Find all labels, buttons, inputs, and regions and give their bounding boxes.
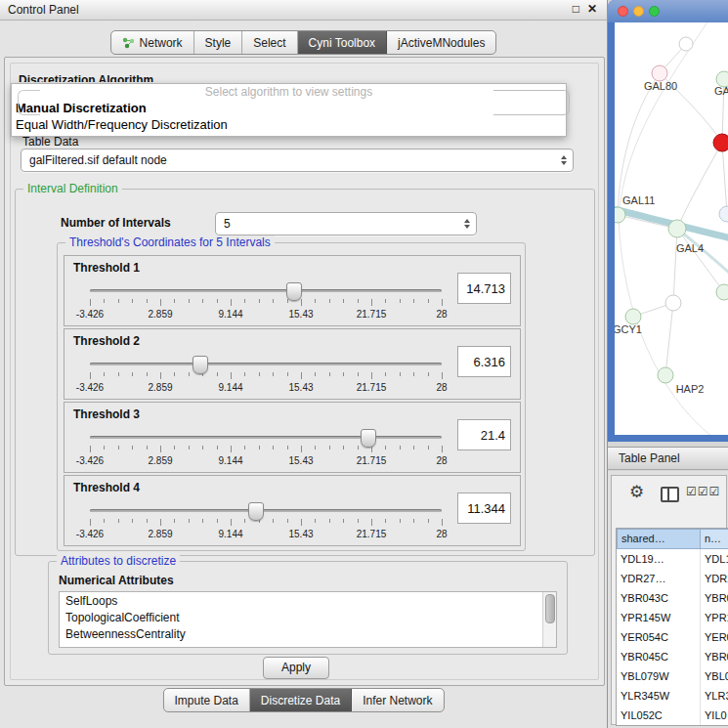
slider-tick bbox=[217, 372, 218, 376]
zoom-traffic-light-icon[interactable] bbox=[649, 6, 660, 17]
table-panel-header[interactable]: Table Panel bbox=[608, 447, 728, 470]
threshold-value-field[interactable]: 6.316 bbox=[457, 346, 511, 377]
network-node[interactable] bbox=[679, 37, 693, 51]
attributes-listbox[interactable]: SelfLoopsTopologicalCoefficientBetweenne… bbox=[59, 591, 557, 648]
attribute-item[interactable]: BetweennessCentrality bbox=[60, 625, 556, 642]
table-row[interactable]: YLR345WYLR3 bbox=[617, 686, 728, 706]
tab-impute-data[interactable]: Impute Data bbox=[163, 689, 249, 711]
slider-tick bbox=[147, 372, 148, 376]
network-node[interactable] bbox=[719, 206, 728, 222]
list-scrollbar[interactable] bbox=[542, 592, 556, 647]
column-header[interactable]: shared… bbox=[617, 529, 701, 549]
tab-discretize-data[interactable]: Discretize Data bbox=[250, 689, 352, 711]
slider-tick bbox=[385, 519, 386, 523]
slider-tick bbox=[413, 446, 414, 450]
network-node[interactable] bbox=[625, 309, 641, 324]
table-row[interactable]: YBR045CYBR0 bbox=[617, 647, 728, 666]
tab-infer-network[interactable]: Infer Network bbox=[352, 689, 443, 711]
close-icon[interactable]: ✕ bbox=[587, 2, 597, 16]
slider-tick bbox=[244, 372, 245, 376]
network-window-titlebar[interactable] bbox=[608, 0, 728, 22]
algorithm-option[interactable]: Manual Discretization bbox=[12, 100, 566, 116]
network-node[interactable] bbox=[665, 295, 681, 311]
table-row[interactable]: YDR27…YDR2 bbox=[617, 569, 728, 588]
tab-label: Select bbox=[253, 36, 285, 50]
table-cell: YBL079W bbox=[617, 666, 701, 686]
slider-tick bbox=[118, 299, 119, 303]
table-row[interactable]: YIL052CYIL0 bbox=[617, 706, 728, 725]
interval-definition-group: Interval Definition Number of Intervals … bbox=[15, 189, 595, 556]
network-node[interactable] bbox=[615, 207, 625, 223]
bottom-tab-bar: Impute DataDiscretize DataInfer Network bbox=[162, 688, 444, 712]
columns-icon[interactable] bbox=[661, 487, 679, 502]
attribute-item[interactable]: TopologicalCoefficient bbox=[60, 609, 556, 625]
threshold-slider[interactable]: -3.4262.8599.14415.4321.71528 bbox=[90, 281, 442, 322]
table-row[interactable]: YDL19…YDL1 bbox=[617, 549, 728, 569]
discretization-algorithm-label: Discretization Algorithm bbox=[19, 73, 153, 82]
number-of-intervals-combobox[interactable]: 5 bbox=[215, 212, 477, 236]
network-node-label: GA bbox=[714, 85, 728, 97]
stepper-icon bbox=[464, 219, 470, 229]
algorithm-options: Manual DiscretizationEqual Width/Frequen… bbox=[12, 100, 566, 133]
network-canvas[interactable]: GAL80GAGAL11GAL4GCY1HAP2 bbox=[615, 22, 728, 435]
slider-tick bbox=[301, 299, 302, 306]
tab-style[interactable]: Style bbox=[194, 31, 243, 54]
table-cell: YDL19… bbox=[617, 549, 701, 569]
table-row[interactable]: YBR043CYBR0 bbox=[617, 588, 728, 608]
network-node[interactable] bbox=[658, 367, 673, 383]
checkbox-icon[interactable]: ☑ bbox=[698, 485, 708, 498]
tab-cyni-toolbox[interactable]: Cyni Toolbox bbox=[298, 31, 387, 54]
slider-tick bbox=[273, 519, 274, 523]
close-traffic-light-icon[interactable] bbox=[618, 6, 628, 17]
slider-tick bbox=[189, 299, 190, 303]
slider-tick bbox=[400, 299, 401, 303]
table-cell: YBR045C bbox=[617, 647, 701, 666]
table-row[interactable]: YBL079WYBL0 bbox=[617, 666, 728, 686]
apply-button[interactable]: Apply bbox=[263, 657, 329, 679]
threshold-slider[interactable]: -3.4262.8599.14415.4321.71528 bbox=[90, 428, 442, 469]
minimize-traffic-light-icon[interactable] bbox=[633, 6, 644, 17]
table-data-combobox[interactable]: galFiltered.sif default node bbox=[21, 149, 574, 172]
checkbox-icons: ☑☑☑ bbox=[686, 485, 720, 498]
tab-network[interactable]: Network bbox=[111, 31, 194, 54]
slider-tick-label: 2.859 bbox=[148, 529, 172, 539]
slider-thumb[interactable] bbox=[248, 502, 264, 521]
threshold-panel: Threshold 4-3.4262.8599.14415.4321.71528… bbox=[64, 475, 521, 546]
slider-tick-label: 15.43 bbox=[288, 382, 313, 393]
tab-label: jActiveMNodules bbox=[398, 36, 485, 50]
scrollbar-thumb[interactable] bbox=[545, 594, 555, 623]
checkbox-icon[interactable]: ☑ bbox=[686, 485, 697, 498]
network-node[interactable] bbox=[652, 65, 667, 81]
slider-tick bbox=[132, 446, 133, 450]
threshold-value-field[interactable]: 14.713 bbox=[457, 273, 511, 304]
table-cell: YPR145W bbox=[617, 608, 701, 627]
column-header[interactable]: n… bbox=[701, 529, 728, 549]
threshold-slider[interactable]: -3.4262.8599.14415.4321.71528 bbox=[90, 501, 442, 542]
slider-tick bbox=[358, 299, 359, 303]
algorithm-option[interactable]: Equal Width/Frequency Discretization bbox=[12, 116, 566, 133]
slider-tick bbox=[202, 446, 203, 450]
table-panel-title: Table Panel bbox=[619, 451, 680, 465]
table-row[interactable]: YPR145WYPR1 bbox=[617, 608, 728, 627]
network-node[interactable] bbox=[716, 284, 728, 300]
network-node[interactable] bbox=[668, 220, 686, 237]
float-window-icon[interactable]: □ bbox=[573, 2, 579, 16]
slider-tick bbox=[147, 446, 148, 450]
threshold-value-field[interactable]: 11.344 bbox=[457, 492, 511, 524]
attribute-item[interactable]: SelfLoops bbox=[60, 592, 556, 609]
table-row[interactable]: YER054CYER0 bbox=[617, 627, 728, 647]
gear-icon[interactable]: ⚙ bbox=[629, 482, 644, 502]
slider-track bbox=[90, 509, 442, 512]
slider-thumb[interactable] bbox=[286, 282, 302, 301]
threshold-slider[interactable]: -3.4262.8599.14415.4321.71528 bbox=[90, 355, 442, 396]
tab-select[interactable]: Select bbox=[242, 31, 297, 54]
thresholds-container: Threshold 1-3.4262.8599.14415.4321.71528… bbox=[58, 243, 525, 550]
network-node[interactable] bbox=[713, 134, 728, 151]
slider-tick bbox=[400, 446, 401, 450]
tab-jactivemnodules[interactable]: jActiveMNodules bbox=[387, 31, 495, 54]
slider-thumb[interactable] bbox=[193, 356, 208, 374]
threshold-value-field[interactable]: 21.4 bbox=[457, 419, 511, 450]
table-cell: YLR3 bbox=[701, 686, 728, 706]
slider-thumb[interactable] bbox=[361, 429, 376, 448]
checkbox-icon[interactable]: ☑ bbox=[709, 485, 720, 498]
